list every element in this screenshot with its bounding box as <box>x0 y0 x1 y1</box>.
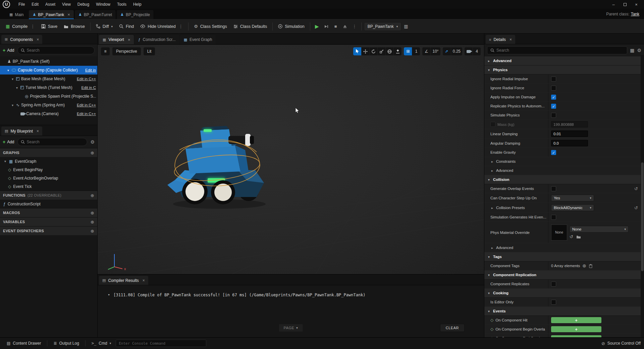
hide-unrelated-button[interactable]: Hide Unrelated ⋮ <box>137 21 186 31</box>
category-events[interactable]: ▾Events <box>484 307 641 316</box>
debug-object-dropdown[interactable]: BP_PawnTank ▾ <box>364 22 402 31</box>
my-blueprint-search-input[interactable] <box>27 140 84 144</box>
value-dropdown[interactable]: BlockAllDynamic▾ <box>551 204 594 211</box>
scale-tool-button[interactable] <box>377 47 385 55</box>
caret-icon[interactable]: ▸ <box>490 246 494 250</box>
menu-edit[interactable]: Edit <box>29 1 42 8</box>
angle-snap-value[interactable]: 10° <box>430 47 440 55</box>
tab-bp-pawntank[interactable]: ♟BP_PawnTank× <box>29 10 74 19</box>
menu-tools[interactable]: Tools <box>114 1 129 8</box>
expander-icon[interactable]: ▾ <box>6 68 10 72</box>
component-row-camera-camera[interactable]: Camera (Camera)Edit in C++ <box>0 109 97 118</box>
edit-in-cpp-link[interactable]: Edit in C++ <box>77 112 96 116</box>
item-constructionscript[interactable]: ƒConstructionScript <box>0 200 97 208</box>
component-row-turret-mesh-turret-mesh[interactable]: ▾Turret Mesh (Turret Mesh)Edit in C <box>0 83 97 92</box>
add-element-icon[interactable]: ⊕ <box>582 263 586 268</box>
close-panel-icon[interactable]: × <box>37 37 39 42</box>
add-variables-icon[interactable]: ⊕ <box>91 219 94 225</box>
checkbox[interactable] <box>551 215 556 220</box>
move-tool-button[interactable] <box>361 47 369 55</box>
content-drawer-button[interactable]: ▤ Content Drawer <box>3 339 44 347</box>
checkbox[interactable] <box>551 300 556 305</box>
value-input[interactable]: 0.01 <box>551 131 588 137</box>
diff-button[interactable]: Diff ▾ <box>93 22 116 31</box>
play-button[interactable]: ▶ <box>313 22 321 31</box>
scrollbar-thumb[interactable] <box>641 162 644 271</box>
component-row-bp-pawntank-self[interactable]: ♟BP_PawnTank (Self) <box>0 57 97 66</box>
close-panel-icon[interactable]: × <box>143 278 145 283</box>
category-physics[interactable]: ▾Physics <box>484 65 641 74</box>
add-blueprint-item-button[interactable]: + Add <box>3 139 14 145</box>
close-panel-icon[interactable]: × <box>509 37 512 42</box>
tab-bp-projectile[interactable]: ♟BP_Projectile <box>117 10 154 19</box>
item-eventgraph[interactable]: ▾▩EventGraph <box>0 157 97 165</box>
surface-snap-button[interactable] <box>393 47 401 55</box>
display-filter-icon[interactable]: ▦ <box>630 48 634 53</box>
checkbox[interactable] <box>551 186 556 191</box>
expander-icon[interactable]: ▾ <box>15 86 19 90</box>
use-selected-asset-icon[interactable]: ↺ <box>570 234 573 239</box>
menu-window[interactable]: Window <box>93 1 113 8</box>
close-tab-icon[interactable]: × <box>128 37 130 42</box>
eject-button[interactable] <box>341 22 350 31</box>
parent-class-link[interactable]: Tank <box>631 12 639 16</box>
checkbox[interactable] <box>551 104 556 109</box>
details-search-input[interactable] <box>496 48 624 53</box>
grid-snap-value[interactable]: 1 <box>412 47 420 55</box>
component-row-capsule-comp-capsule-collider[interactable]: ▾Capsule Comp (Capsule Collider)Edit in <box>0 66 97 74</box>
reset-to-default-icon[interactable]: ↺ <box>634 205 638 210</box>
asset-dropdown[interactable]: None▾ <box>570 226 629 233</box>
category-cooking[interactable]: ▾Cooking <box>484 289 641 298</box>
tab-bp-pawnturret[interactable]: ♟BP_PawnTurret <box>75 10 116 19</box>
item-event-tick[interactable]: ◇Event Tick <box>0 182 97 191</box>
save-button[interactable]: Save <box>38 22 61 31</box>
delete-icon[interactable] <box>589 264 593 268</box>
select-tool-button[interactable] <box>353 47 361 55</box>
component-row-base-mesh-base-mesh[interactable]: ▾Base Mesh (Base Mesh)Edit in C++ <box>0 74 97 83</box>
grid-snap-icon[interactable]: ⊞ <box>404 47 412 55</box>
checkbox[interactable] <box>551 113 556 118</box>
component-row-spring-arm-spring-arm[interactable]: ▾∿Spring Arm (Spring Arm)Edit in C++ <box>0 101 97 109</box>
edit-in-cpp-link[interactable]: Edit in C++ <box>77 77 96 81</box>
menu-debug[interactable]: Debug <box>74 1 92 8</box>
maximize-button[interactable] <box>620 1 630 8</box>
perspective-button[interactable]: Perspective <box>112 47 141 55</box>
category-collision[interactable]: ▾Collision <box>484 175 641 184</box>
edit-in-cpp-link[interactable]: Edit in <box>85 68 96 72</box>
browse-button[interactable]: Browse <box>61 22 88 31</box>
menu-file[interactable]: File <box>15 1 28 8</box>
add-event-button[interactable]: + <box>551 317 601 323</box>
find-button[interactable]: Find <box>116 22 137 31</box>
my-blueprint-tab[interactable]: ▤ My Blueprint × <box>1 127 42 136</box>
frame-skip-button[interactable] <box>322 22 331 31</box>
add-macros-icon[interactable]: ⊕ <box>91 210 94 215</box>
value-input[interactable]: 0.0 <box>551 140 588 146</box>
viewport-canvas[interactable]: ≡ Perspective Lit <box>98 45 484 274</box>
menu-view[interactable]: View <box>59 1 74 8</box>
menu-asset[interactable]: Asset <box>42 1 58 8</box>
minimize-button[interactable]: – <box>608 1 619 8</box>
section-header-macros[interactable]: MACROS⊕ <box>0 208 97 217</box>
source-control-button[interactable]: ⊘ Source Control Off <box>601 341 641 346</box>
add-graphs-icon[interactable]: ⊕ <box>91 150 94 155</box>
add-event-dispatchers-icon[interactable]: ⊕ <box>91 229 94 234</box>
category-tags[interactable]: ▾Tags <box>484 252 641 261</box>
blueprint-settings-icon[interactable]: ⚙ <box>90 139 95 145</box>
add-functions-icon[interactable]: ⊕ <box>91 193 94 198</box>
view-mode-button[interactable]: Lit <box>144 47 155 55</box>
components-search-input[interactable] <box>27 48 91 53</box>
output-log-button[interactable]: ≣ Output Log <box>50 339 82 347</box>
tab-construction-script[interactable]: ƒ Construction Scr... <box>135 35 179 44</box>
expander-icon[interactable]: ▾ <box>11 103 14 107</box>
coordinate-space-button[interactable] <box>385 47 393 55</box>
caret-icon[interactable]: ▸ <box>490 160 494 163</box>
category-component-replication[interactable]: ▾Component Replication <box>484 270 641 280</box>
item-event-actorbeginoverlap[interactable]: ◇Event ActorBeginOverlap <box>0 174 97 182</box>
section-header-variables[interactable]: VARIABLES⊕ <box>0 217 97 226</box>
close-tab-icon[interactable]: × <box>67 12 70 17</box>
scale-snap-icon[interactable]: ⇗ <box>443 47 451 55</box>
cmd-dropdown[interactable]: >_ Cmd ▾ <box>88 339 114 347</box>
class-settings-button[interactable]: ⚙ Class Settings <box>191 22 230 31</box>
viewport-options-button[interactable]: ≡ <box>101 47 110 55</box>
simulation-button[interactable]: Simulation <box>275 22 307 31</box>
